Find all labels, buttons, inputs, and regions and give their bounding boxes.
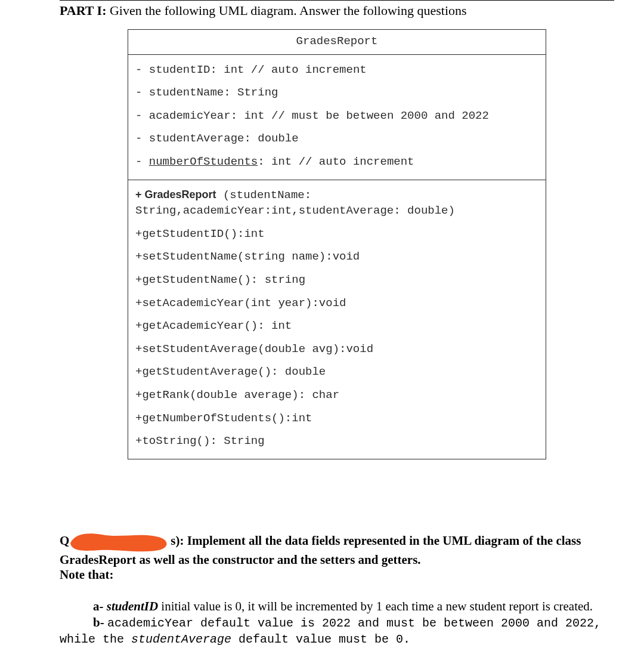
uml-operation: + GradesReport (studentName: (134, 184, 540, 203)
redaction-mark-icon (69, 531, 171, 553)
uml-attributes-section: - studentID: int // auto increment - stu… (128, 55, 546, 180)
uml-operation-cont: String,academicYear:int,studentAverage: … (134, 203, 540, 223)
part-label: PART I: (60, 3, 106, 18)
uml-attribute: - studentAverage: double (134, 127, 540, 150)
uml-operation: +getRank(double average): char (134, 384, 540, 407)
uml-class-box: GradesReport - studentID: int // auto in… (128, 29, 546, 459)
part-text: Given the following UML diagram. Answer … (106, 3, 466, 18)
uml-operation: +setStudentAverage(double avg):void (134, 338, 540, 361)
uml-operation: +getStudentName(): string (134, 269, 540, 292)
uml-class-name: GradesReport (128, 30, 546, 55)
note-b: b- academicYear default value is 2022 an… (60, 615, 614, 630)
notes-block: a- studentID initial value is 0, it will… (60, 599, 614, 645)
question-note-label: Note that: (60, 567, 614, 582)
uml-attribute: - studentName: String (134, 81, 540, 104)
uml-operations-section: + GradesReport (studentName: String,acad… (128, 180, 546, 459)
question-line1: Implement all the data fields represente… (187, 533, 581, 548)
part-heading: PART I: Given the following UML diagram.… (60, 3, 614, 18)
question-prefix: Q (60, 533, 69, 548)
uml-operation: +getStudentID():int (134, 223, 540, 246)
top-rule (60, 0, 614, 1)
question-suffix: s): (171, 533, 187, 548)
document-page: PART I: Given the following UML diagram.… (0, 0, 644, 645)
note-b-line2: while the studentAverage default value m… (60, 631, 614, 645)
uml-attribute: - numberOfStudents: int // auto incremen… (134, 150, 540, 174)
uml-attribute: - academicYear: int // must be between 2… (134, 104, 540, 128)
uml-operation: +setStudentName(string name):void (134, 245, 540, 269)
uml-operation: +getAcademicYear(): int (134, 314, 540, 338)
question-block: Q s): Implement all the data fields repr… (60, 531, 614, 582)
uml-operation: +setAcademicYear(int year):void (134, 292, 540, 315)
uml-operation: +getNumberOfStudents():int (134, 407, 540, 430)
uml-attribute: - studentID: int // auto increment (134, 58, 540, 82)
uml-operation: +getStudentAverage(): double (134, 360, 540, 384)
question-line2: GradesReport as well as the constructor … (60, 553, 614, 567)
uml-operation: +toString(): String (134, 430, 540, 453)
note-a: a- studentID initial value is 0, it will… (60, 599, 614, 614)
